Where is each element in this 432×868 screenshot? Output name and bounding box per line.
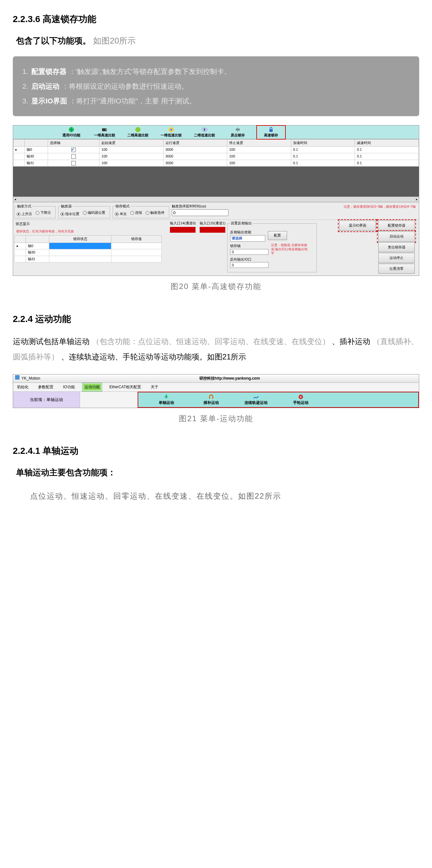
status-table[interactable]: 锁存状态 锁存值 ▸轴0 轴30 轴31	[14, 235, 162, 262]
toolbar-btn-1d-hs[interactable]: 一维高速比较	[91, 126, 118, 138]
menu-about[interactable]: 关于	[149, 384, 160, 391]
clear-pos-button[interactable]: 位置清零	[378, 264, 415, 274]
table-row[interactable]: ▸轴0	[15, 243, 162, 249]
table-row[interactable]: 轴30 100 3000 100 0.1 0.1	[13, 153, 419, 160]
figure21-screenshot: YK_Motion 研控科技http://www.yankong.com 初始化…	[13, 374, 419, 408]
toolbar-label: 二维低速比较	[194, 132, 215, 138]
callout-item: 3. 显示IO界面 ：将打开"通用IO功能"，主要 用于测试。	[22, 95, 410, 107]
toolbar-btn-2d-ls[interactable]: 二维低速比较	[191, 126, 218, 138]
radio-enc-pos[interactable]: 编码器位置	[83, 210, 105, 216]
cell[interactable]: 0.1	[291, 160, 355, 166]
tab-interp[interactable]: 插补运动	[195, 394, 227, 406]
callout-desc: ：将根据设定的运动参数进行恒速运动。	[62, 82, 188, 90]
callout-item: 2. 启动运动 ：将根据设定的运动参数进行恒速运动。	[22, 80, 410, 93]
sub-2241: 单轴运动主要包含功能项：	[16, 466, 419, 479]
table-row[interactable]: 轴30	[15, 249, 162, 256]
svg-point-3	[135, 127, 141, 132]
cell[interactable]: 100	[227, 153, 291, 160]
cell-axis: 轴30	[25, 153, 48, 160]
toolbar-btn-origin-latch[interactable]: 原点锁存	[224, 126, 251, 138]
toolbar-label: 一维低速比较	[161, 132, 182, 138]
notice-channel: 注意：锁存通道0对应0~3轴，锁存通道1对应4~7轴	[231, 204, 416, 209]
horizontal-scrollbar[interactable]: ◂▸	[13, 196, 419, 202]
estop-input[interactable]	[172, 209, 228, 216]
config-latch-button[interactable]: 配置锁存器	[378, 220, 415, 231]
cell[interactable]: 100	[227, 147, 291, 153]
app-title: YK_Motion	[22, 375, 40, 381]
table-row[interactable]: 轴31 100 3000 100 0.1 0.1	[13, 160, 419, 166]
reset-latch-button[interactable]: 复位锁存器	[378, 242, 415, 252]
fig20-caption: 图20 菜单-高速锁存功能	[13, 280, 419, 292]
toolbar-btn-1d-ls[interactable]: 一维低速比较	[158, 126, 185, 138]
heading-2236: 2.2.3.6 高速锁存功能	[13, 12, 419, 27]
toolbar-btn-general-io[interactable]: 通用IO功能	[58, 126, 85, 138]
radio-rising[interactable]: 上升沿	[17, 211, 32, 217]
checkbox-icon[interactable]	[71, 148, 76, 152]
config-button[interactable]: 配置	[268, 231, 287, 240]
svg-point-7	[204, 129, 206, 131]
para-seg: 运动测试包括单轴运动	[13, 337, 90, 346]
menu-params[interactable]: 参数配置	[37, 384, 55, 391]
menu-io[interactable]: IO功能	[62, 384, 76, 391]
lock-icon	[268, 126, 274, 132]
callout-desc: ：'触发源','触发方式'等锁存配置参数下发到控制卡。	[69, 67, 231, 75]
show-io-button[interactable]: 显示IO界面	[339, 220, 376, 231]
th-run-speed: 运行速度	[163, 139, 227, 147]
menu-motion[interactable]: 运动功能	[83, 384, 101, 391]
para-224: 运动测试包括单轴运动 （包含功能：点位运动、恒速运动、回零运动、在线变速、在线变…	[13, 334, 419, 365]
svg-point-12	[300, 396, 302, 398]
rev-enable-select[interactable]: 请选择	[230, 235, 265, 242]
th-select: 选择轴	[48, 139, 99, 147]
cell[interactable]: 100	[227, 160, 291, 166]
intro-2236: 包含了以下功能项。 如图20所示	[16, 34, 419, 48]
checkbox-icon[interactable]	[71, 161, 76, 165]
radio-single[interactable]: 单次	[115, 211, 127, 217]
table-row[interactable]: 轴31	[15, 256, 162, 262]
cell[interactable]: 3000	[163, 147, 227, 153]
reverse-output-box: 设置反相输出 反相输出使能 请选择 配置 锁存轴 注意：使能后,当锁存有效后,输…	[227, 220, 317, 272]
rev-io-input[interactable]	[230, 262, 269, 268]
radio-cont[interactable]: 连续	[130, 210, 142, 216]
cell[interactable]: 0.1	[291, 153, 355, 160]
trig-src-box: 触发源 指令位置 编码器位置	[58, 204, 110, 218]
svg-point-5	[170, 129, 172, 131]
cell[interactable]: 100	[99, 160, 163, 166]
cell[interactable]: 100	[99, 153, 163, 160]
axis-table[interactable]: 选择轴 起始速度 运行速度 停止速度 加速时间 减速时间 ▸ 轴0 100 30…	[13, 139, 419, 166]
toolbar-btn-2d-hs[interactable]: 二维高速比较	[124, 126, 151, 138]
horseshoe-icon	[208, 394, 214, 399]
start-motion-button[interactable]: 启动运动	[378, 231, 415, 242]
radio-cmd-pos[interactable]: 指令位置	[60, 211, 80, 217]
menu-ethercat[interactable]: EtherCAT相关配置	[108, 384, 143, 391]
tab-handwheel[interactable]: 手轮运动	[285, 394, 317, 406]
cell[interactable]: 0.1	[291, 147, 355, 153]
checkbox-icon[interactable]	[71, 154, 76, 159]
cell[interactable]: 0.1	[355, 147, 419, 153]
table-row[interactable]: ▸ 轴0 100 3000 100 0.1 0.1	[13, 147, 419, 153]
grid-empty-area: ◂▸	[13, 166, 419, 202]
menu-init[interactable]: 初始化	[16, 384, 30, 391]
callout-num: 1.	[22, 67, 28, 75]
th-start-speed: 起始速度	[99, 139, 163, 147]
cell[interactable]: 3000	[163, 153, 227, 160]
callout-desc: ：将打开"通用IO功能"，主要 用于测试。	[69, 97, 196, 105]
cell[interactable]: 0.1	[355, 153, 419, 160]
intro-gray: 如图20所示	[93, 36, 136, 45]
radio-estop[interactable]: 触发急停	[146, 210, 164, 216]
cell[interactable]: 3000	[163, 160, 227, 166]
toolbar-btn-hs-latch[interactable]: 高速锁存	[257, 126, 284, 138]
cell[interactable]: 0.1	[355, 160, 419, 166]
tab-single-axis[interactable]: 单轴运动	[150, 394, 182, 406]
scale-icon	[235, 126, 241, 132]
latch-axis-input[interactable]	[230, 249, 269, 255]
stop-motion-button[interactable]: 运动停止	[378, 253, 415, 263]
radio-falling[interactable]: 下降沿	[35, 210, 51, 216]
toolbar-label: 一维高速比较	[94, 132, 115, 138]
motion-tabbar: 单轴运动 插补运动 连续轨迹运动 手轮运动	[137, 392, 419, 408]
tab-continuous[interactable]: 连续轨迹运动	[240, 394, 272, 406]
rev-io-label: 反向输出IO口	[230, 257, 269, 262]
svg-rect-8	[270, 129, 273, 132]
cell[interactable]: 100	[99, 147, 163, 153]
io-indicator-area: 输入口14(通道0) 输入口15(通道1)	[170, 220, 225, 274]
rev-enable-label: 反相输出使能	[230, 229, 265, 235]
